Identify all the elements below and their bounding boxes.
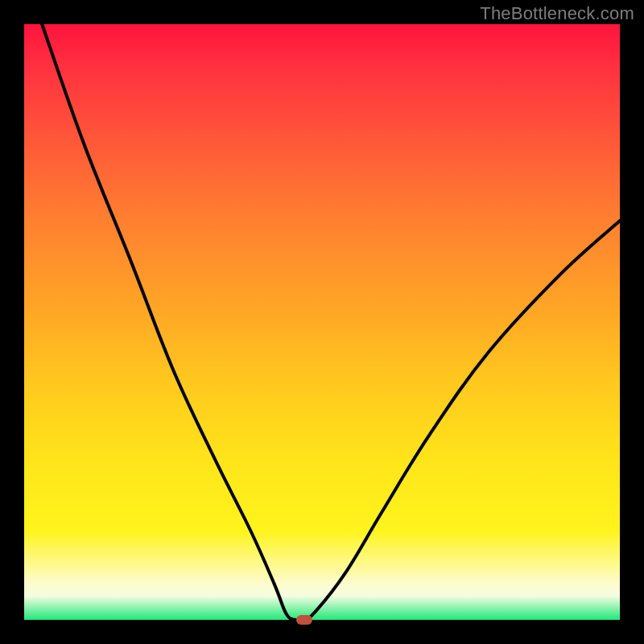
plot-area [24,24,620,620]
optimum-marker [296,615,312,625]
watermark-text: TheBottleneck.com [480,3,634,24]
bottleneck-curve [24,24,620,620]
chart-frame: TheBottleneck.com [0,0,644,644]
